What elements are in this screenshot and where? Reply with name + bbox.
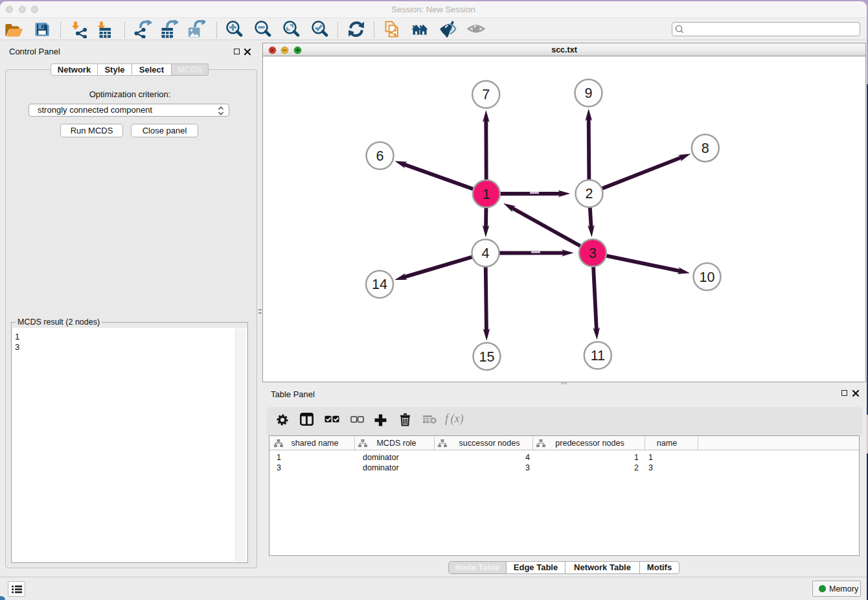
svg-text:2: 2 (586, 186, 593, 202)
svg-text:8: 8 (702, 141, 709, 156)
svg-text:4: 4 (482, 246, 490, 261)
svg-text:11: 11 (591, 348, 605, 363)
svg-text:3: 3 (589, 246, 597, 261)
svg-text:1: 1 (483, 187, 490, 202)
svg-text:7: 7 (482, 87, 490, 102)
svg-text:15: 15 (479, 349, 495, 365)
svg-text:10: 10 (700, 270, 715, 285)
svg-text:6: 6 (376, 148, 384, 164)
svg-text:14: 14 (372, 277, 387, 292)
svg-text:9: 9 (585, 86, 593, 101)
